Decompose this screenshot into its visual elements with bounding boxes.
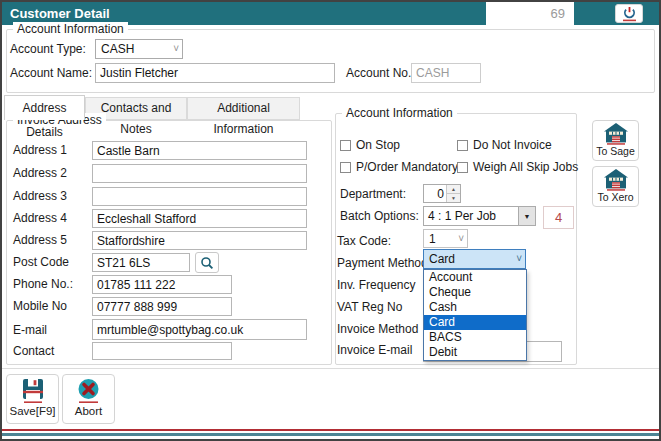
batch-options-combobox[interactable]: 4 : 1 Per Job ▼ <box>423 206 536 226</box>
chevron-down-icon: ˅ <box>173 44 179 54</box>
phone-input[interactable]: 01785 111 222 <box>92 275 232 294</box>
dropdown-option-account[interactable]: Account <box>424 270 526 285</box>
dropdown-option-bacs[interactable]: BACS <box>424 330 526 345</box>
email-input[interactable]: mrtumble@spottybag.co.uk <box>92 319 307 340</box>
search-icon <box>200 256 214 270</box>
dropdown-option-cheque[interactable]: Cheque <box>424 285 526 300</box>
chevron-down-icon: ˅ <box>516 254 522 264</box>
invoice-method-label: Invoice Method <box>337 322 418 336</box>
phone-label: Phone No.: <box>13 277 73 291</box>
dropdown-option-card-selected[interactable]: Card <box>424 315 526 330</box>
account-type-combobox[interactable]: CASH ˅ <box>95 39 183 59</box>
contact-label: Contact <box>13 344 54 358</box>
abort-button[interactable]: Abort <box>62 374 115 424</box>
inv-frequency-label: Inv. Frequency <box>337 278 415 292</box>
to-sage-label: To Sage <box>596 145 635 157</box>
abort-cross-icon <box>75 378 102 405</box>
save-button[interactable]: Save[F9] <box>6 374 59 424</box>
sage-house-icon <box>604 123 628 145</box>
dropdown-option-debit[interactable]: Debit <box>424 345 526 360</box>
tax-code-value: 1 <box>429 232 436 246</box>
account-name-label: Account Name: <box>10 66 92 80</box>
account-information-legend: Account Information <box>342 106 457 120</box>
dropdown-arrow-icon[interactable]: ▼ <box>518 207 535 225</box>
department-spinner[interactable]: 0 ▲ ▼ <box>423 184 461 203</box>
checkbox-do-not-invoice[interactable]: Do Not Invoice <box>457 138 552 152</box>
customer-detail-window: Customer Detail 69 Account Information A… <box>0 0 661 441</box>
tax-code-label: Tax Code: <box>337 234 391 248</box>
checkbox-box-icon <box>457 162 468 173</box>
dropdown-option-cash[interactable]: Cash <box>424 300 526 315</box>
checkbox-box-icon <box>340 140 351 151</box>
abort-button-label: Abort <box>75 405 103 418</box>
account-name-input[interactable]: Justin Fletcher <box>95 63 335 83</box>
address5-input[interactable]: Staffordshire <box>92 231 307 250</box>
batch-options-value: 4 : 1 Per Job <box>424 207 518 225</box>
address1-label: Address 1 <box>13 143 67 157</box>
address2-input[interactable] <box>92 164 307 183</box>
payment-method-value: Card <box>429 252 455 266</box>
email-label: E-mail <box>13 323 47 337</box>
footer-separator <box>2 368 659 369</box>
address1-input[interactable]: Castle Barn <box>92 141 307 160</box>
batch-options-label: Batch Options: <box>340 209 419 223</box>
address2-label: Address 2 <box>13 166 67 180</box>
batch-count-box: 4 <box>543 206 574 229</box>
checkbox-on-stop[interactable]: On Stop <box>340 138 400 152</box>
address4-input[interactable]: Eccleshall Stafford <box>92 209 307 228</box>
account-type-value: CASH <box>101 42 134 56</box>
account-no-label: Account No. <box>346 66 411 80</box>
checkbox-do-not-invoice-label: Do Not Invoice <box>473 138 552 152</box>
checkbox-box-icon <box>340 162 351 173</box>
postcode-input[interactable]: ST21 6LS <box>92 253 190 272</box>
tab-additional-information[interactable]: Additional Information <box>187 97 300 120</box>
spinner-up-icon[interactable]: ▲ <box>447 185 460 194</box>
to-sage-button[interactable]: To Sage <box>592 120 639 161</box>
chevron-down-icon: ˅ <box>458 234 464 244</box>
power-icon <box>621 6 638 22</box>
vat-reg-no-label: VAT Reg No <box>337 300 402 314</box>
address4-label: Address 4 <box>13 211 67 225</box>
save-button-label: Save[F9] <box>9 405 55 418</box>
invoice-email-label: Invoice E-mail <box>337 343 412 357</box>
payment-method-label: Payment Method: <box>337 256 431 270</box>
mobile-input[interactable]: 07777 888 999 <box>92 297 232 316</box>
checkbox-box-icon <box>457 140 468 151</box>
account-no-input[interactable]: CASH <box>411 63 481 83</box>
to-xero-button[interactable]: To Xero <box>592 166 639 207</box>
tab-address-details[interactable]: Address Details <box>4 95 85 120</box>
address5-label: Address 5 <box>13 233 67 247</box>
save-floppy-icon <box>20 378 46 405</box>
bottom-teal-accent-line <box>2 433 659 436</box>
contact-input[interactable] <box>92 342 232 360</box>
address3-input[interactable] <box>92 187 307 206</box>
payment-method-dropdown-list: Account Cheque Cash Card BACS Debit <box>423 269 527 361</box>
account-information-top-legend: Account Information <box>13 22 128 36</box>
account-type-label: Account Type: <box>10 42 86 56</box>
spinner-buttons: ▲ ▼ <box>446 185 460 202</box>
checkbox-porder-mandatory[interactable]: P/Order Mandatory <box>340 160 458 174</box>
record-counter[interactable]: 69 <box>486 2 574 25</box>
department-label: Department: <box>340 187 406 201</box>
department-value: 0 <box>424 185 446 202</box>
xero-house-icon <box>604 169 628 191</box>
checkbox-porder-mandatory-label: P/Order Mandatory <box>356 160 458 174</box>
checkbox-weigh-all-skip-jobs-label: Weigh All Skip Jobs <box>473 160 578 174</box>
spinner-down-icon[interactable]: ▼ <box>447 194 460 202</box>
mobile-label: Mobile No <box>13 299 67 313</box>
checkbox-weigh-all-skip-jobs[interactable]: Weigh All Skip Jobs <box>457 160 578 174</box>
bottom-red-accent-line <box>2 429 659 431</box>
power-exit-button[interactable] <box>615 4 643 23</box>
payment-method-combobox[interactable]: Card ˅ <box>423 249 526 269</box>
tax-code-combobox[interactable]: 1 ˅ <box>423 229 468 248</box>
address3-label: Address 3 <box>13 189 67 203</box>
postcode-search-button[interactable] <box>195 252 219 273</box>
postcode-label: Post Code <box>13 255 69 269</box>
to-xero-label: To Xero <box>597 191 633 203</box>
checkbox-on-stop-label: On Stop <box>356 138 400 152</box>
